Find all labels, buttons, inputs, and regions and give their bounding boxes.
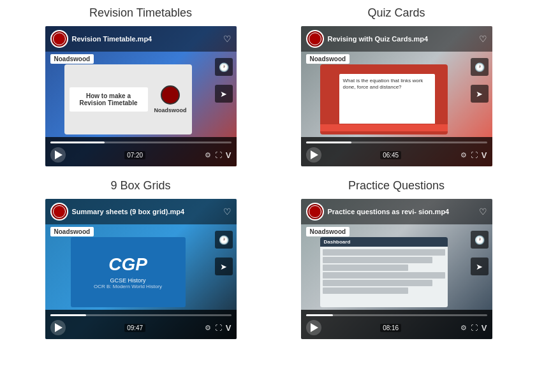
card-9-box-grids: 9 Box Grids Summary sheets (9 box grid).…	[13, 179, 268, 339]
share-icon-quiz-cards[interactable]: ➤	[471, 85, 489, 103]
avatar-9-box-grids	[50, 203, 68, 221]
card-revision-timetables: Revision Timetables Revision Timetable.m…	[13, 6, 268, 166]
progressbar-9-box-grids[interactable]	[50, 314, 232, 316]
video-thumb-quiz-cards[interactable]: Revising with Quiz Cards.mp4 ♡ Noadswood…	[301, 26, 492, 166]
card-title-practice-questions: Practice Questions	[348, 179, 445, 192]
clock-icon-revision-timetables[interactable]: 🕐	[215, 58, 233, 76]
card-title-revision-timetables: Revision Timetables	[89, 6, 192, 20]
video-title-practice-questions: Practice questions as revi- sion.mp4	[328, 207, 475, 216]
play-button-quiz-cards[interactable]	[306, 147, 321, 163]
share-icon-9-box-grids[interactable]: ➤	[215, 258, 233, 275]
play-button-revision-timetables[interactable]	[50, 147, 66, 163]
video-thumb-9-box-grids[interactable]: Summary sheets (9 box grid).mp4 ♡ Noadsw…	[45, 199, 237, 339]
share-icon-practice-questions[interactable]: ➤	[471, 258, 489, 275]
progressbar-practice-questions[interactable]	[306, 314, 487, 316]
avatar-revision-timetables	[50, 30, 68, 48]
video-title-revision-timetables: Revision Timetable.mp4	[72, 34, 219, 43]
card-title-9-box-grids: 9 Box Grids	[110, 179, 170, 192]
vimeo-icon-revision-timetables[interactable]: V	[226, 150, 232, 160]
vimeo-icon-9-box-grids[interactable]: V	[226, 323, 232, 333]
heart-icon-practice-questions[interactable]: ♡	[479, 207, 487, 217]
vimeo-icon-quiz-cards[interactable]: V	[482, 150, 487, 160]
avatar-quiz-cards	[306, 30, 324, 48]
video-title-quiz-cards: Revising with Quiz Cards.mp4	[328, 34, 475, 43]
heart-icon-quiz-cards[interactable]: ♡	[479, 34, 487, 44]
expand-icon-revision-timetables[interactable]: ⛶	[215, 151, 222, 159]
video-thumb-revision-timetables[interactable]: Revision Timetable.mp4 ♡ Noadswood 🕐 ➤ H…	[45, 26, 237, 166]
settings-icon-9-box-grids[interactable]: ⚙	[205, 324, 211, 332]
expand-icon-quiz-cards[interactable]: ⛶	[471, 151, 478, 159]
progressbar-revision-timetables[interactable]	[50, 142, 232, 143]
play-button-9-box-grids[interactable]	[50, 320, 66, 335]
avatar-practice-questions	[306, 203, 324, 221]
timestamp-9-box-grids: 09:47	[124, 324, 145, 332]
timestamp-revision-timetables: 07:20	[124, 151, 145, 159]
expand-icon-practice-questions[interactable]: ⛶	[471, 324, 478, 331]
main-grid: Revision Timetables Revision Timetable.m…	[0, 0, 537, 352]
clock-icon-9-box-grids[interactable]: 🕐	[215, 231, 233, 249]
clock-icon-practice-questions[interactable]: 🕐	[471, 231, 489, 249]
timestamp-practice-questions: 08:16	[380, 324, 401, 332]
play-button-practice-questions[interactable]	[306, 320, 321, 335]
clock-icon-quiz-cards[interactable]: 🕐	[471, 58, 489, 76]
video-title-9-box-grids: Summary sheets (9 box grid).mp4	[72, 207, 219, 216]
card-quiz-cards: Quiz Cards Revising with Quiz Cards.mp4 …	[268, 6, 524, 166]
expand-icon-9-box-grids[interactable]: ⛶	[215, 324, 222, 331]
heart-icon-revision-timetables[interactable]: ♡	[223, 34, 232, 44]
card-practice-questions: Practice Questions Practice questions as…	[268, 179, 524, 339]
settings-icon-revision-timetables[interactable]: ⚙	[205, 151, 211, 159]
vimeo-icon-practice-questions[interactable]: V	[482, 323, 487, 333]
card-title-quiz-cards: Quiz Cards	[367, 6, 425, 20]
settings-icon-practice-questions[interactable]: ⚙	[460, 324, 467, 332]
share-icon-revision-timetables[interactable]: ➤	[215, 85, 233, 103]
video-thumb-practice-questions[interactable]: Practice questions as revi- sion.mp4 ♡ N…	[301, 199, 492, 339]
heart-icon-9-box-grids[interactable]: ♡	[223, 207, 232, 217]
timestamp-quiz-cards: 06:45	[380, 151, 401, 159]
settings-icon-quiz-cards[interactable]: ⚙	[460, 151, 467, 159]
progressbar-quiz-cards[interactable]	[306, 142, 487, 143]
